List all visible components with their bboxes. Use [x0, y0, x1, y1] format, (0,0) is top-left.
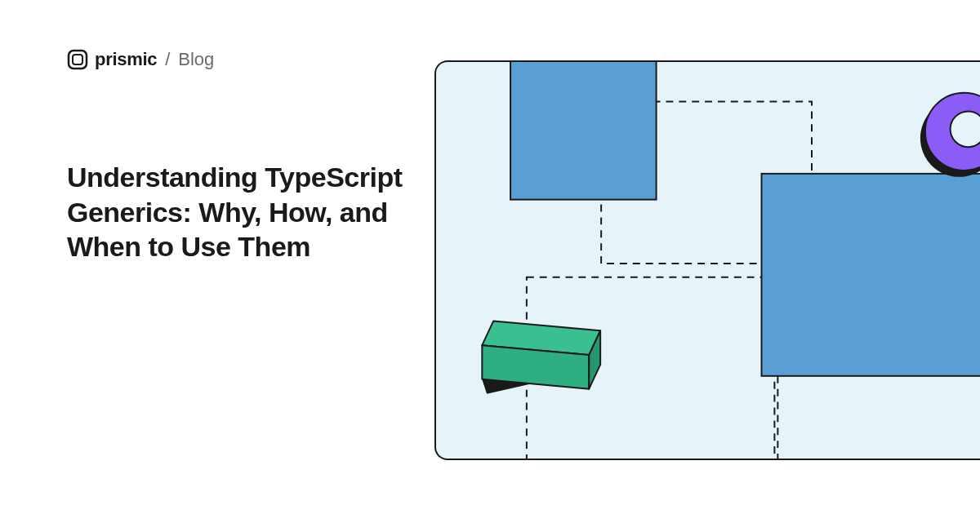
- svg-rect-5: [510, 62, 657, 200]
- header: prismic / Blog: [67, 49, 214, 70]
- svg-point-9: [951, 112, 980, 148]
- hero-illustration: [434, 60, 980, 460]
- prismic-logo-icon: [67, 49, 88, 70]
- svg-rect-1: [73, 55, 82, 64]
- svg-rect-6: [762, 174, 980, 376]
- breadcrumb-separator: /: [165, 49, 170, 70]
- svg-rect-0: [69, 51, 87, 69]
- page-title: Understanding TypeScript Generics: Why, …: [67, 160, 410, 264]
- section-name: Blog: [178, 49, 214, 70]
- brand-name: prismic: [95, 49, 157, 70]
